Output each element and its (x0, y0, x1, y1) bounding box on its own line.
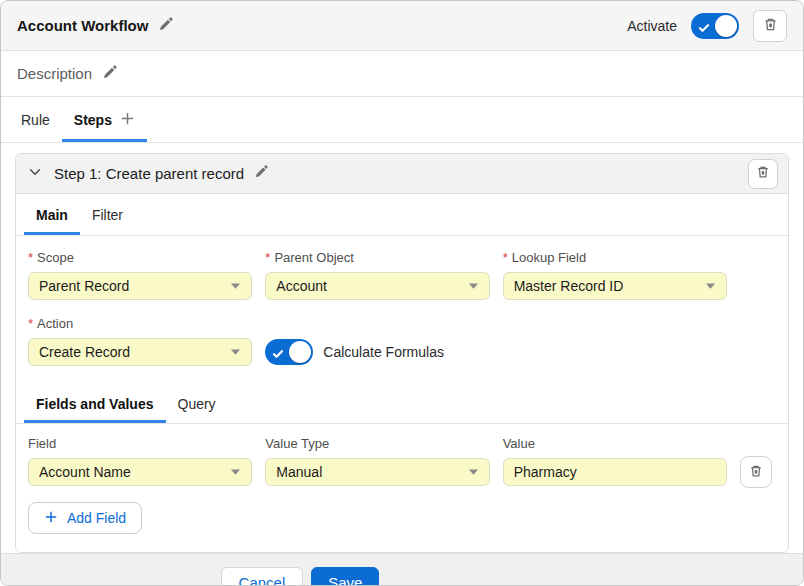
activate-toggle[interactable] (691, 13, 739, 39)
tab-main-label: Main (36, 207, 68, 223)
activate-label: Activate (627, 18, 677, 34)
step-card: Step 1: Create parent record Main Fil (15, 153, 789, 553)
required-marker: * (28, 250, 33, 265)
field-value: Account Name (39, 464, 222, 480)
value-input-group: Value (503, 436, 727, 486)
action-value: Create Record (39, 344, 222, 360)
add-field-label: Add Field (67, 510, 126, 526)
calculate-formulas-group: Calculate Formulas (265, 338, 489, 366)
toggle-knob (289, 341, 311, 363)
dropdown-caret-icon (230, 348, 241, 356)
field-value-row: Field Account Name Value Type Manual (28, 436, 776, 486)
trash-icon (749, 464, 763, 481)
dropdown-caret-icon (230, 282, 241, 290)
delete-workflow-button[interactable] (753, 10, 787, 42)
scope-label: Scope (37, 250, 74, 265)
value-type-label: Value Type (265, 436, 329, 451)
top-header-bar: Account Workflow Activate (1, 1, 803, 51)
tab-filter[interactable]: Filter (80, 194, 135, 235)
step-title: Step 1: Create parent record (54, 165, 244, 182)
toggle-knob (715, 15, 737, 37)
parent-object-select[interactable]: Account (265, 272, 489, 300)
required-marker: * (503, 250, 508, 265)
description-label: Description (17, 65, 92, 82)
add-field-button[interactable]: Add Field (28, 502, 142, 534)
workflow-title: Account Workflow (17, 17, 148, 34)
check-icon (272, 346, 284, 364)
tab-fields-and-values-label: Fields and Values (36, 396, 154, 412)
pencil-icon (102, 64, 118, 84)
delete-field-row-button[interactable] (740, 456, 772, 488)
step-form: * Scope Parent Record * Parent Object (16, 236, 788, 534)
cancel-button[interactable]: Cancel (221, 567, 304, 586)
scope-value: Parent Record (39, 278, 222, 294)
lookup-field-group: * Lookup Field Master Record ID (503, 250, 727, 300)
pencil-icon (158, 16, 174, 36)
trash-icon (756, 165, 770, 182)
plus-icon (44, 510, 58, 527)
save-button[interactable]: Save (311, 567, 379, 586)
lookup-field-value: Master Record ID (514, 278, 697, 294)
calculate-formulas-toggle[interactable] (265, 339, 313, 365)
parent-object-field-group: * Parent Object Account (265, 250, 489, 300)
field-select-group: Field Account Name (28, 436, 252, 486)
workflow-editor-window: Account Workflow Activate Description (0, 0, 804, 586)
value-type-value: Manual (276, 464, 459, 480)
tab-main[interactable]: Main (24, 194, 80, 235)
form-row-2: * Action Create Record (28, 316, 776, 366)
tab-rule-label: Rule (21, 112, 50, 128)
step-tabs: Main Filter (16, 194, 788, 236)
field-select[interactable]: Account Name (28, 458, 252, 486)
edit-title-button[interactable] (158, 16, 174, 36)
chevron-down-icon (28, 165, 42, 183)
scope-select[interactable]: Parent Record (28, 272, 252, 300)
dropdown-caret-icon (230, 468, 241, 476)
calculate-formulas-label: Calculate Formulas (323, 344, 444, 360)
check-icon (698, 20, 710, 38)
tab-filter-label: Filter (92, 207, 123, 223)
fields-sub-tabs: Fields and Values Query (16, 384, 788, 424)
tab-query-label: Query (178, 396, 216, 412)
action-select[interactable]: Create Record (28, 338, 252, 366)
tab-query[interactable]: Query (166, 384, 228, 423)
value-label: Value (503, 436, 535, 451)
value-input[interactable] (503, 458, 727, 486)
tab-steps-label: Steps (74, 112, 112, 128)
required-marker: * (28, 316, 33, 331)
tab-fields-and-values[interactable]: Fields and Values (24, 384, 166, 423)
dropdown-caret-icon (705, 282, 716, 290)
lookup-field-label: Lookup Field (512, 250, 586, 265)
field-label: Field (28, 436, 56, 451)
parent-object-value: Account (276, 278, 459, 294)
edit-step-title-button[interactable] (254, 164, 269, 183)
value-type-select[interactable]: Manual (265, 458, 489, 486)
dropdown-caret-icon (468, 282, 479, 290)
description-row: Description (1, 51, 803, 97)
tab-rule[interactable]: Rule (9, 97, 62, 142)
action-field-group: * Action Create Record (28, 316, 252, 366)
collapse-step-button[interactable] (26, 163, 44, 185)
step-card-header: Step 1: Create parent record (16, 154, 788, 194)
form-row-1: * Scope Parent Record * Parent Object (28, 250, 776, 300)
value-type-group: Value Type Manual (265, 436, 489, 486)
scope-field-group: * Scope Parent Record (28, 250, 252, 300)
lookup-field-select[interactable]: Master Record ID (503, 272, 727, 300)
pencil-icon (254, 164, 269, 183)
tab-steps[interactable]: Steps (62, 97, 147, 142)
footer-bar: Cancel Save (1, 553, 803, 586)
workflow-tabs: Rule Steps (1, 97, 803, 143)
edit-description-button[interactable] (102, 64, 118, 84)
dropdown-caret-icon (468, 468, 479, 476)
delete-step-button[interactable] (748, 159, 778, 189)
action-label: Action (37, 316, 73, 331)
required-marker: * (265, 250, 270, 265)
add-step-icon[interactable] (120, 111, 135, 129)
parent-object-label: Parent Object (274, 250, 354, 265)
trash-icon (763, 17, 778, 35)
